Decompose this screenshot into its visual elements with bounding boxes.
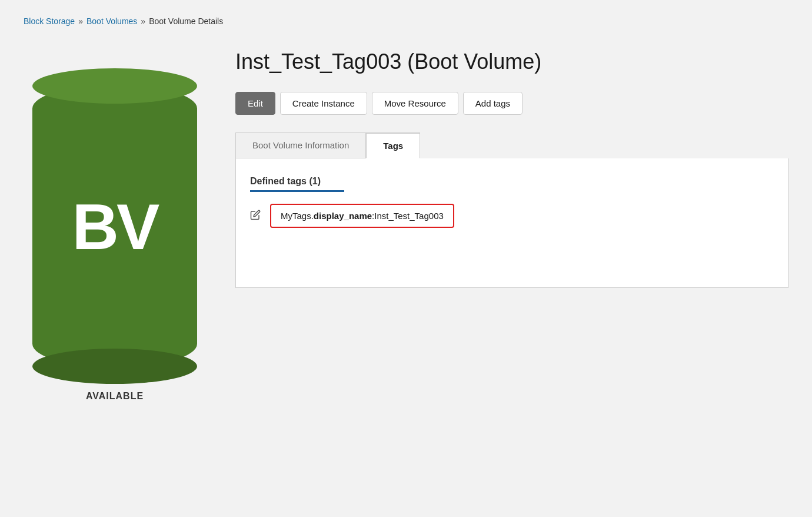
tab-boot-volume-information[interactable]: Boot Volume Information	[235, 132, 366, 158]
add-tags-button[interactable]: Add tags	[463, 92, 523, 115]
left-panel: BV AVAILABLE	[24, 73, 206, 402]
create-instance-button[interactable]: Create Instance	[280, 92, 367, 115]
breadcrumb: Block Storage » Boot Volumes » Boot Volu…	[24, 16, 788, 26]
defined-tags-header: Defined tags (1)	[250, 176, 774, 187]
bv-letters: BV	[72, 189, 158, 264]
main-content: BV AVAILABLE Inst_Test_Tag003 (Boot Volu…	[24, 44, 788, 402]
tab-tags[interactable]: Tags	[366, 132, 420, 158]
tab-content-tags: Defined tags (1) MyTags.display_name: In…	[235, 158, 788, 288]
page-container: Block Storage » Boot Volumes » Boot Volu…	[0, 0, 812, 425]
edit-button[interactable]: Edit	[235, 92, 275, 115]
tag-key: display_name	[314, 211, 372, 221]
tag-chip: MyTags.display_name: Inst_Test_Tag003	[270, 204, 454, 228]
breadcrumb-sep2: »	[141, 16, 145, 26]
boot-volume-icon: BV	[32, 73, 197, 379]
breadcrumb-boot-volumes[interactable]: Boot Volumes	[86, 16, 137, 26]
right-panel: Inst_Test_Tag003 (Boot Volume) Edit Crea…	[235, 44, 788, 288]
tag-namespace: MyTags.	[281, 211, 314, 221]
defined-tags-underline	[250, 190, 344, 192]
tabs-container: Boot Volume Information Tags	[235, 132, 788, 158]
page-title: Inst_Test_Tag003 (Boot Volume)	[235, 49, 788, 74]
edit-tag-icon[interactable]	[250, 210, 261, 223]
cylinder-shape: BV	[32, 85, 197, 367]
breadcrumb-sep1: »	[78, 16, 83, 26]
status-badge: AVAILABLE	[86, 391, 144, 402]
breadcrumb-current: Boot Volume Details	[149, 16, 223, 26]
tag-row: MyTags.display_name: Inst_Test_Tag003	[250, 204, 774, 228]
breadcrumb-block-storage[interactable]: Block Storage	[24, 16, 75, 26]
move-resource-button[interactable]: Move Resource	[372, 92, 458, 115]
tag-value: Inst_Test_Tag003	[374, 211, 444, 221]
action-buttons: Edit Create Instance Move Resource Add t…	[235, 92, 788, 115]
